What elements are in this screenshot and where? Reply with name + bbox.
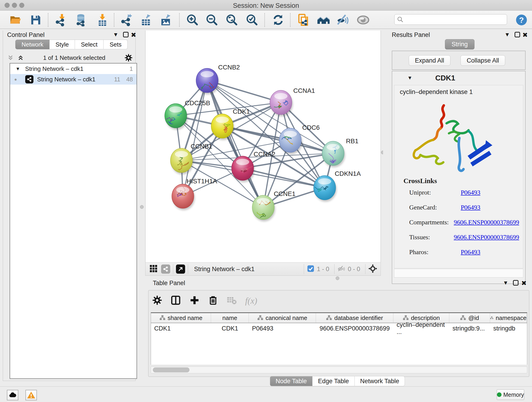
memory-button[interactable]: Memory	[497, 389, 524, 400]
delete-table-button[interactable]	[226, 295, 237, 306]
crosslink-value-link[interactable]: 9606.ENSP00000378699	[454, 234, 519, 243]
zoom-selected-button[interactable]	[244, 13, 260, 26]
show-columns-button[interactable]	[171, 295, 181, 306]
column-header--id[interactable]: @id	[449, 313, 490, 323]
warning-icon	[27, 391, 36, 400]
tab-style[interactable]: Style	[50, 40, 75, 49]
gear-icon[interactable]	[124, 54, 133, 62]
hidden-counts: 0 - 0	[348, 266, 360, 273]
refresh-view-button[interactable]	[270, 13, 286, 26]
column-header-namespace[interactable]: namespace	[490, 313, 527, 323]
control-panel-close-icon[interactable]: ✖	[131, 32, 136, 38]
zoom-fit-button[interactable]	[224, 13, 240, 26]
table-cell[interactable]: CDK1	[211, 323, 249, 334]
control-panel-float-icon[interactable]	[123, 32, 128, 37]
add-column-button[interactable]	[189, 295, 200, 306]
string-home-button[interactable]	[315, 13, 332, 26]
results-panel-float-icon[interactable]	[515, 32, 520, 37]
column-header-database-identifier[interactable]: database identifier	[316, 313, 393, 323]
scrollbar-thumb[interactable]	[153, 367, 190, 372]
birdseye-toggle-button[interactable]	[149, 264, 158, 274]
crosslink-label: Compartments:	[409, 219, 454, 228]
export-table-button[interactable]	[138, 13, 154, 26]
table-horizontal-scrollbar[interactable]	[151, 366, 527, 373]
network-graph[interactable]: CCNB2CCNA1CDC25BCDK1CDC6RB1CCNB1CCNA2CDK…	[146, 31, 380, 262]
zoom-in-button[interactable]	[184, 13, 201, 26]
tab-sets[interactable]: Sets	[104, 40, 128, 49]
network-canvas[interactable]: CCNB2CCNA1CDC25BCDK1CDC6RB1CCNB1CCNA2CDK…	[145, 31, 381, 262]
table-cell[interactable]: stringdb	[490, 323, 527, 334]
table-header-row: shared namenamecanonical namedatabase id…	[151, 313, 527, 323]
table-cell[interactable]: P06493	[249, 323, 316, 334]
export-network-button[interactable]	[119, 13, 135, 26]
clone-network-button[interactable]	[295, 13, 312, 26]
table-row[interactable]: CDK1CDK1P064939606.ENSP00000378699cyclin…	[151, 323, 527, 334]
crosslink-value-link[interactable]: 9606.ENSP00000378699	[454, 219, 519, 228]
crosslink-value-link[interactable]: P06493	[461, 204, 481, 213]
control-panel-collapse-icon[interactable]: ▼	[113, 32, 119, 37]
zoom-out-button[interactable]	[204, 13, 220, 26]
function-builder-button[interactable]: f(x)	[245, 296, 257, 306]
string-panel-toggle-button[interactable]	[161, 264, 170, 274]
table-panel-close-icon[interactable]: ✖	[521, 280, 526, 287]
tree-expand-icon[interactable]: ▼	[16, 66, 20, 71]
chevron-double-up-icon[interactable]	[17, 54, 24, 61]
help-button[interactable]: ?	[513, 13, 530, 26]
open-in-window-button[interactable]	[176, 264, 185, 274]
tab-network[interactable]: Network	[15, 40, 50, 49]
pan-tool-button[interactable]	[368, 264, 377, 274]
toolbar-separator	[290, 13, 291, 27]
protein-collapse-icon[interactable]: ▼	[407, 75, 412, 81]
save-session-button[interactable]	[27, 13, 44, 26]
open-session-button[interactable]	[7, 13, 24, 26]
column-header-name[interactable]: name	[211, 313, 249, 323]
table-cell[interactable]: CDK1	[151, 323, 211, 334]
column-header-canonical-name[interactable]: canonical name	[249, 313, 316, 323]
network-section-header: 1 of 1 Network selected	[7, 52, 133, 63]
hidden-eye-icon[interactable]	[337, 264, 346, 274]
table-cell[interactable]: cyclin–dependent ...	[393, 323, 449, 334]
column-header-label: shared name	[168, 314, 203, 322]
export-image-button[interactable]	[157, 13, 174, 26]
protein-header-row[interactable]: ▼ CDK1	[392, 71, 525, 85]
results-panel-close-icon[interactable]: ✖	[522, 32, 528, 38]
left-splitter-handle[interactable]	[140, 205, 144, 209]
import-network-file-button[interactable]	[53, 13, 70, 26]
string-network-icon	[25, 75, 33, 83]
network-collection-row[interactable]: ▼ String Network – cdk1 1	[10, 64, 137, 74]
tab-select[interactable]: Select	[75, 40, 104, 49]
show-graphics-details-button[interactable]	[335, 13, 351, 26]
table-panel-collapse-icon[interactable]: ▼	[503, 280, 508, 286]
selected-checkbox-icon[interactable]	[307, 265, 315, 274]
search-input[interactable]	[404, 16, 502, 23]
table-settings-button[interactable]	[152, 295, 162, 306]
tab-network-table[interactable]: Network Table	[355, 376, 405, 386]
expand-all-button[interactable]: Expand All	[409, 55, 450, 66]
import-table-file-button[interactable]	[94, 13, 111, 26]
protein-details-box: ▼ CDK1 cyclin–dependent kinase 1	[392, 71, 526, 284]
svg-text:?: ?	[519, 16, 524, 24]
warnings-button[interactable]	[25, 390, 37, 400]
tab-string[interactable]: String	[445, 39, 475, 50]
network-row-selected[interactable]: ● String Network – cdk1 11 48	[10, 74, 137, 85]
crosslink-value-link[interactable]: P06493	[461, 249, 481, 258]
network-node-count: 11	[114, 76, 120, 83]
gear-icon	[152, 295, 162, 305]
table-panel-float-icon[interactable]	[513, 280, 519, 286]
tab-edge-table[interactable]: Edge Table	[312, 376, 355, 386]
table-cell[interactable]: 9606.ENSP00000378699	[316, 323, 393, 334]
table-cell[interactable]: stringdb:9...	[449, 323, 490, 334]
delete-column-button[interactable]	[208, 295, 218, 306]
chevron-double-down-icon[interactable]	[7, 54, 14, 61]
columns-icon	[171, 295, 181, 306]
tab-node-table[interactable]: Node Table	[270, 376, 312, 386]
column-header-shared-name[interactable]: shared name	[151, 313, 211, 323]
protein-description: cyclin–dependent kinase 1	[400, 89, 473, 96]
results-panel-collapse-icon[interactable]: ▼	[505, 32, 510, 37]
import-network-database-button[interactable]	[73, 13, 89, 26]
collapse-all-button[interactable]: Collapse All	[461, 55, 505, 66]
crosslink-value-link[interactable]: P06493	[461, 189, 481, 198]
highlight-eye-button[interactable]	[355, 13, 371, 26]
cloud-button[interactable]	[7, 390, 18, 400]
network-current-dot-icon: ●	[14, 77, 17, 82]
